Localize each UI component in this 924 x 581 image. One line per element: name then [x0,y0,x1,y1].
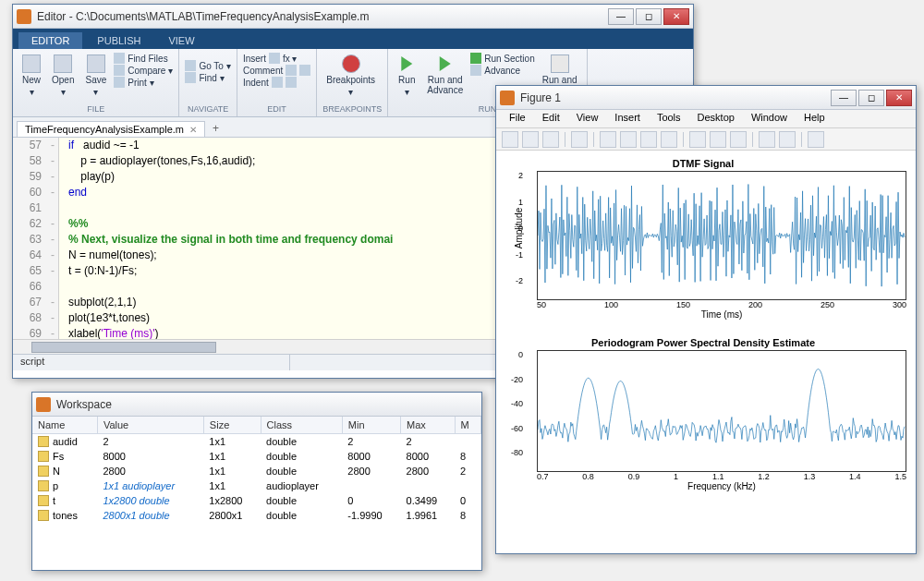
col-header[interactable]: Class [261,417,342,434]
tab-editor[interactable]: EDITOR [18,32,82,49]
menu-help[interactable]: Help [796,110,833,127]
menu-insert[interactable]: Insert [607,110,648,127]
brush-icon[interactable] [710,131,726,148]
workspace-table[interactable]: NameValueSizeClassMinMaxM audid21x1doubl… [32,417,481,523]
dtmf-signal-chart: DTMF Signal Amplitude 210-1-2 5010015020… [500,158,906,326]
variable-icon [38,436,49,447]
open-button[interactable]: Open▾ [48,53,78,99]
menu-edit[interactable]: Edit [535,110,567,127]
y-axis-ticks: 0-20-40-60-80 [505,350,526,457]
ribbon-tab-strip: EDITOR PUBLISH VIEW [13,29,693,49]
link-icon[interactable] [730,131,747,148]
add-tab-button[interactable]: + [205,120,226,137]
editor-titlebar[interactable]: Editor - C:\Documents\MATLAB\TimeFrequen… [13,5,693,29]
file-tab[interactable]: TimeFrequencyAnalysisExample.m ✕ [17,121,205,137]
variable-icon [38,466,49,477]
group-label-breakpoints: BREAKPOINTS [322,104,382,115]
group-label-file: FILE [18,104,173,115]
rotate-icon[interactable] [661,131,677,148]
advance-button[interactable]: Advance [470,65,534,76]
new-button[interactable]: New▾ [18,53,44,99]
scroll-thumb[interactable] [31,342,216,353]
colorbar-icon[interactable] [759,131,775,148]
table-row[interactable]: tones2800x1 double2800x1double-1.99901.9… [32,508,481,523]
find-button[interactable]: Find ▾ [185,72,231,83]
col-header[interactable]: M [455,417,480,434]
legend-icon[interactable] [779,131,796,148]
save-icon[interactable] [522,131,539,148]
figure-title: Figure 1 [520,91,831,104]
figure-canvas: DTMF Signal Amplitude 210-1-2 5010015020… [496,151,916,553]
menu-window[interactable]: Window [744,110,795,127]
datacursor-icon[interactable] [689,131,706,148]
comment-button[interactable]: Comment [243,65,310,76]
table-header-row[interactable]: NameValueSizeClassMinMaxM [32,417,481,434]
insert-button[interactable]: Insert fx ▾ [243,53,310,64]
zoom-in-icon[interactable] [600,131,616,148]
hide-tools-icon[interactable] [808,131,824,148]
line-gutter: 57-58-59-60-61 62-63-64-65-66 67-68-69- [13,138,59,339]
group-label-edit: EDIT [243,104,310,115]
close-button[interactable]: ✕ [663,8,689,25]
table-row[interactable]: t1x2800 double1x2800double00.34990 [32,493,481,508]
maximize-button[interactable]: ◻ [636,8,662,25]
minimize-button[interactable]: — [831,90,857,106]
table-row[interactable]: p1x1 audioplayer1x1audioplayer [32,478,481,493]
new-figure-icon[interactable] [502,131,518,148]
col-header[interactable]: Min [342,417,400,434]
save-button[interactable]: Save▾ [81,53,110,99]
close-tab-icon[interactable]: ✕ [189,125,197,135]
variable-icon [38,480,49,491]
x-axis-label: Time (ms) [537,309,906,320]
col-header[interactable]: Size [203,417,261,434]
x-axis-ticks: 0.70.80.911.11.21.31.41.5 [537,472,906,481]
pointer-icon[interactable] [571,131,588,148]
run-advance-button[interactable]: Run and Advance [423,53,467,97]
workspace-titlebar[interactable]: Workspace [32,393,481,417]
figure-menubar: FileEditViewInsertToolsDesktopWindowHelp [496,110,916,128]
print-icon[interactable] [542,131,559,148]
col-header[interactable]: Value [97,417,203,434]
chart-title: Periodogram Power Spectral Density Estim… [500,337,906,348]
variable-icon [38,495,49,506]
minimize-button[interactable]: — [608,8,634,25]
tab-view[interactable]: VIEW [155,32,207,49]
run-section-button[interactable]: Run Section [470,53,534,64]
table-row[interactable]: Fs80001x1double800080008 [32,449,481,464]
find-files-button[interactable]: Find Files [114,53,173,64]
group-label-navigate: NAVIGATE [185,104,231,115]
editor-title: Editor - C:\Documents\MATLAB\TimeFrequen… [37,10,608,23]
status-type: script [13,355,290,370]
periodogram-chart: Periodogram Power Spectral Density Estim… [500,337,906,498]
pan-icon[interactable] [640,131,657,148]
menu-view[interactable]: View [569,110,606,127]
x-axis-ticks: 50100150200250300 [537,300,906,309]
menu-desktop[interactable]: Desktop [690,110,742,127]
matlab-icon [17,9,31,24]
matlab-icon [500,91,515,105]
variable-icon [38,451,49,462]
figure-titlebar[interactable]: Figure 1 — ◻ ✕ [496,86,916,110]
chart-title: DTMF Signal [500,158,906,169]
table-row[interactable]: N28001x1double280028002 [32,464,481,478]
workspace-window: Workspace NameValueSizeClassMinMaxM audi… [31,392,482,571]
goto-button[interactable]: Go To ▾ [185,60,231,71]
col-header[interactable]: Max [401,417,456,434]
col-header[interactable]: Name [32,417,97,434]
figure-toolbar [496,128,916,151]
run-button[interactable]: Run▾ [394,53,419,99]
print-button[interactable]: Print ▾ [114,77,173,88]
tab-publish[interactable]: PUBLISH [84,32,153,49]
close-button[interactable]: ✕ [886,90,912,106]
matlab-icon [36,397,51,412]
menu-tools[interactable]: Tools [650,110,688,127]
y-axis-ticks: 210-1-2 [505,171,526,285]
zoom-out-icon[interactable] [620,131,637,148]
table-row[interactable]: audid21x1double22 [32,434,481,450]
file-tab-label: TimeFrequencyAnalysisExample.m [25,124,184,135]
breakpoints-button[interactable]: Breakpoints▾ [322,53,379,99]
indent-button[interactable]: Indent [243,77,310,88]
maximize-button[interactable]: ◻ [858,90,884,106]
compare-button[interactable]: Compare ▾ [114,65,173,76]
menu-file[interactable]: File [502,110,533,127]
